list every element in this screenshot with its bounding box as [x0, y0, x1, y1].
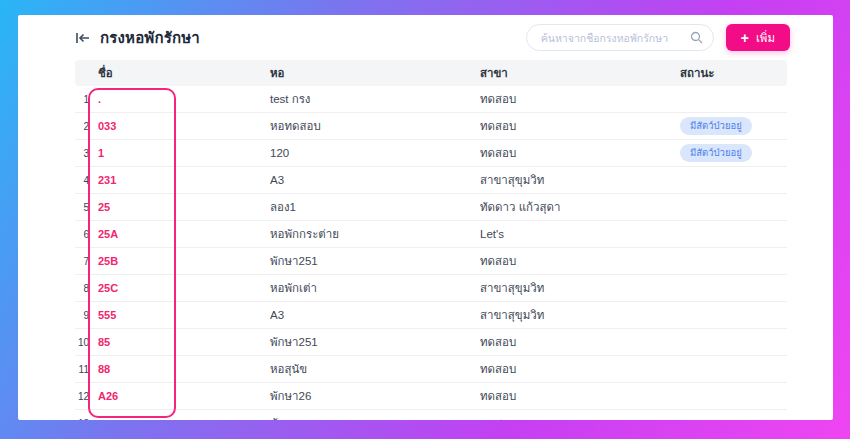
- row-number: 7: [75, 256, 89, 267]
- add-button-label: เพิ่ม: [756, 29, 775, 47]
- ward-name-link[interactable]: .: [89, 93, 270, 105]
- table-row[interactable]: 1.test กรงทดสอบ: [75, 86, 787, 113]
- dorm-cell: พักษา26: [270, 387, 480, 405]
- status-cell: มีสัตว์ป่วยอยู่: [680, 144, 787, 161]
- row-number: 4: [75, 175, 89, 186]
- back-to-bar-icon[interactable]: [75, 31, 91, 45]
- ward-name-link[interactable]: 88: [89, 363, 270, 375]
- main-panel: กรงหอพักรักษา + เพิ่ม ชื่อ หอ สาขา สถานะ…: [18, 15, 833, 420]
- ward-name-link[interactable]: 85: [89, 336, 270, 348]
- table-row[interactable]: 13พักษาทดสอบ: [75, 410, 787, 420]
- page-title: กรงหอพักรักษา: [100, 26, 200, 50]
- dorm-cell: 120: [270, 147, 480, 159]
- dorm-cell: หอทดสอบ: [270, 117, 480, 135]
- row-number: 12: [75, 391, 89, 402]
- table-header-row: ชื่อ หอ สาขา สถานะ: [75, 60, 787, 86]
- page-header: กรงหอพักรักษา + เพิ่ม: [18, 15, 833, 60]
- dorm-cell: พักษา: [270, 414, 480, 420]
- table-row[interactable]: 31120ทดสอบมีสัตว์ป่วยอยู่: [75, 140, 787, 167]
- table-row[interactable]: 4231A3สาขาสุขุมวิท: [75, 167, 787, 194]
- ward-name-link[interactable]: 25: [89, 201, 270, 213]
- header-name: ชื่อ: [89, 64, 270, 82]
- row-number: 6: [75, 229, 89, 240]
- row-number: 2: [75, 121, 89, 132]
- branch-cell: ทดสอบ: [480, 333, 680, 351]
- title-group: กรงหอพักรักษา: [75, 26, 200, 50]
- header-dorm: หอ: [270, 64, 480, 82]
- row-number: 8: [75, 283, 89, 294]
- table-row[interactable]: 12A26พักษา26ทดสอบ: [75, 383, 787, 410]
- row-number: 3: [75, 148, 89, 159]
- app-background: { "header": { "back_icon": "back-to-bar-…: [0, 0, 850, 439]
- branch-cell: ทดสอบ: [480, 117, 680, 135]
- row-number: 11: [75, 364, 89, 375]
- row-number: 9: [75, 310, 89, 321]
- branch-cell: ทดสอบ: [480, 387, 680, 405]
- search-icon[interactable]: [690, 31, 703, 44]
- ward-name-link[interactable]: 25C: [89, 282, 270, 294]
- status-badge: มีสัตว์ป่วยอยู่: [680, 117, 752, 134]
- ward-name-link[interactable]: 25A: [89, 228, 270, 240]
- branch-cell: ทัดดาว แก้วสุดา: [480, 198, 680, 216]
- table-row[interactable]: 525ลอง1ทัดดาว แก้วสุดา: [75, 194, 787, 221]
- dorm-cell: test กรง: [270, 90, 480, 108]
- table-row[interactable]: 2033หอทดสอบทดสอบมีสัตว์ป่วยอยู่: [75, 113, 787, 140]
- row-number: 13: [75, 418, 89, 421]
- dorm-cell: A3: [270, 309, 480, 321]
- ward-table: ชื่อ หอ สาขา สถานะ 1.test กรงทดสอบ2033หอ…: [18, 60, 833, 420]
- row-number: 5: [75, 202, 89, 213]
- branch-cell: สาขาสุขุมวิท: [480, 279, 680, 297]
- header-status: สถานะ: [680, 64, 787, 82]
- plus-icon: +: [741, 31, 749, 45]
- search-box[interactable]: [526, 24, 714, 51]
- dorm-cell: หอพักกระต่าย: [270, 225, 480, 243]
- table-row[interactable]: 725Bพักษา251ทดสอบ: [75, 248, 787, 275]
- branch-cell: Let's: [480, 228, 680, 240]
- table-body: 1.test กรงทดสอบ2033หอทดสอบทดสอบมีสัตว์ป่…: [75, 86, 787, 420]
- row-number: 1: [75, 94, 89, 105]
- row-number: 10: [75, 337, 89, 348]
- status-cell: มีสัตว์ป่วยอยู่: [680, 117, 787, 134]
- table-row[interactable]: 1085พักษา251ทดสอบ: [75, 329, 787, 356]
- ward-name-link[interactable]: 555: [89, 309, 270, 321]
- dorm-cell: ลอง1: [270, 198, 480, 216]
- add-button[interactable]: + เพิ่ม: [726, 24, 790, 51]
- ward-name-link[interactable]: A26: [89, 390, 270, 402]
- table-row[interactable]: 825Cหอพักเต่าสาขาสุขุมวิท: [75, 275, 787, 302]
- table-row[interactable]: 1188หอสุนัขทดสอบ: [75, 356, 787, 383]
- dorm-cell: พักษา251: [270, 252, 480, 270]
- ward-name-link[interactable]: 231: [89, 174, 270, 186]
- ward-name-link[interactable]: 1: [89, 147, 270, 159]
- branch-cell: ทดสอบ: [480, 360, 680, 378]
- dorm-cell: A3: [270, 174, 480, 186]
- status-badge: มีสัตว์ป่วยอยู่: [680, 144, 752, 161]
- table-row[interactable]: 625Aหอพักกระต่ายLet's: [75, 221, 787, 248]
- branch-cell: ทดสอบ: [480, 414, 680, 420]
- ward-name-link[interactable]: 25B: [89, 255, 270, 267]
- dorm-cell: พักษา251: [270, 333, 480, 351]
- dorm-cell: หอพักเต่า: [270, 279, 480, 297]
- branch-cell: ทดสอบ: [480, 90, 680, 108]
- ward-name-link[interactable]: 033: [89, 120, 270, 132]
- dorm-cell: หอสุนัข: [270, 360, 480, 378]
- search-input[interactable]: [541, 32, 690, 44]
- header-branch: สาขา: [480, 64, 680, 82]
- branch-cell: สาขาสุขุมวิท: [480, 306, 680, 324]
- branch-cell: ทดสอบ: [480, 144, 680, 162]
- branch-cell: สาขาสุขุมวิท: [480, 171, 680, 189]
- table-row[interactable]: 9555A3สาขาสุขุมวิท: [75, 302, 787, 329]
- branch-cell: ทดสอบ: [480, 252, 680, 270]
